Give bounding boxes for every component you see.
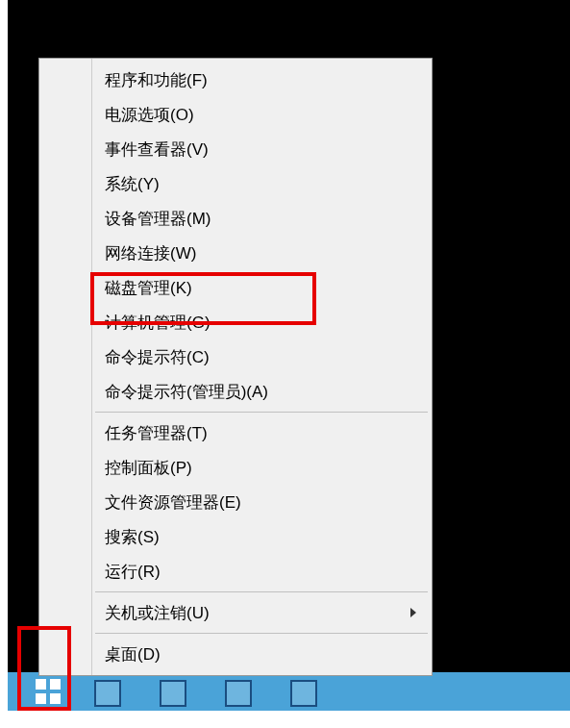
menu-item-search[interactable]: 搜索(S) (39, 519, 432, 554)
menu-item-command-prompt[interactable]: 命令提示符(C) (39, 339, 432, 374)
menu-item-disk-management[interactable]: 磁盘管理(K) (39, 270, 432, 305)
menu-item-label: 运行(R) (105, 561, 161, 583)
menu-item-desktop[interactable]: 桌面(D) (39, 637, 432, 671)
start-button[interactable] (29, 672, 71, 711)
menu-item-label: 控制面板(P) (105, 457, 192, 479)
menu-item-power-options[interactable]: 电源选项(O) (39, 97, 432, 132)
submenu-arrow-icon (410, 608, 416, 617)
menu-item-programs-features[interactable]: 程序和功能(F) (39, 63, 432, 97)
menu-item-label: 搜索(S) (105, 526, 160, 548)
menu-separator (95, 633, 428, 634)
menu-item-label: 任务管理器(T) (105, 422, 208, 444)
taskbar-app-icon[interactable] (94, 680, 121, 707)
taskbar-app-icon[interactable] (290, 680, 317, 707)
menu-item-network-connections[interactable]: 网络连接(W) (39, 236, 432, 270)
menu-item-run[interactable]: 运行(R) (39, 554, 432, 589)
menu-item-shutdown-signout[interactable]: 关机或注销(U) (39, 595, 432, 630)
menu-item-command-prompt-admin[interactable]: 命令提示符(管理员)(A) (39, 374, 432, 409)
taskbar (8, 672, 570, 711)
menu-item-label: 命令提示符(管理员)(A) (105, 381, 268, 403)
winx-context-menu: 程序和功能(F) 电源选项(O) 事件查看器(V) 系统(Y) 设备管理器(M)… (38, 58, 433, 676)
menu-item-label: 文件资源管理器(E) (105, 491, 241, 514)
menu-item-label: 关机或注销(U) (105, 602, 210, 624)
menu-separator (95, 412, 428, 413)
menu-item-label: 程序和功能(F) (105, 69, 208, 91)
menu-item-system[interactable]: 系统(Y) (39, 166, 432, 201)
menu-item-event-viewer[interactable]: 事件查看器(V) (39, 132, 432, 166)
taskbar-app-icon[interactable] (160, 680, 186, 707)
taskbar-icons (94, 680, 317, 707)
menu-item-label: 系统(Y) (105, 173, 160, 195)
menu-item-label: 磁盘管理(K) (105, 277, 192, 299)
menu-item-label: 桌面(D) (105, 643, 161, 665)
menu-item-label: 设备管理器(M) (105, 208, 211, 230)
menu-item-label: 命令提示符(C) (105, 346, 210, 368)
menu-item-computer-management[interactable]: 计算机管理(G) (39, 305, 432, 339)
menu-item-label: 计算机管理(G) (105, 312, 211, 334)
windows-logo-icon (36, 679, 61, 704)
menu-item-label: 电源选项(O) (105, 104, 194, 126)
menu-item-device-manager[interactable]: 设备管理器(M) (39, 201, 432, 236)
menu-item-file-explorer[interactable]: 文件资源管理器(E) (39, 485, 432, 519)
menu-separator (95, 591, 428, 592)
menu-item-label: 事件查看器(V) (105, 138, 209, 161)
taskbar-app-icon[interactable] (225, 680, 252, 707)
menu-item-label: 网络连接(W) (105, 242, 196, 264)
menu-item-control-panel[interactable]: 控制面板(P) (39, 450, 432, 485)
menu-item-task-manager[interactable]: 任务管理器(T) (39, 415, 432, 450)
